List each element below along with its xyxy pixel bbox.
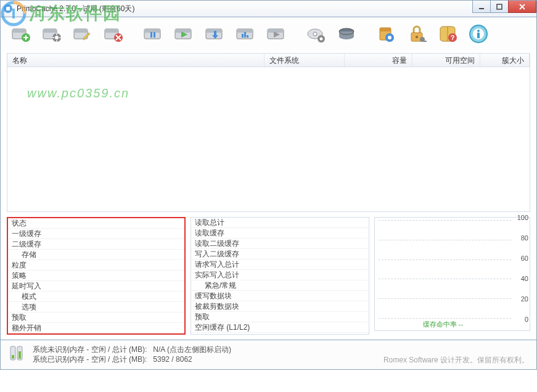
pause-button[interactable] — [139, 20, 167, 47]
stats-row: 请求写入总计 — [191, 259, 369, 270]
cache-stats-left: 状态一级缓存二级缓存存储粒度策略延时写入模式选项预取额外开销 — [7, 217, 186, 335]
hitrate-chart: 020406080100 缓存命中率 -- — [374, 217, 530, 331]
svg-point-12 — [55, 36, 59, 39]
svg-point-42 — [388, 36, 391, 39]
svg-rect-47 — [424, 41, 427, 42]
svg-rect-55 — [12, 355, 14, 359]
y-tick: 80 — [521, 234, 528, 242]
close-button[interactable] — [508, 1, 536, 13]
start-task-button[interactable] — [262, 20, 290, 47]
stats-row: 选项 — [8, 302, 184, 312]
svg-point-34 — [313, 32, 317, 36]
svg-rect-29 — [244, 32, 246, 38]
config-cache-button[interactable] — [38, 20, 66, 47]
toolbar: ? — [0, 17, 537, 51]
svg-text:?: ? — [451, 34, 455, 41]
statusbar: 系统未识别内存 - 空闲 / 总计 (MB): N/A (点击左侧图标启动) 系… — [0, 340, 537, 370]
svg-rect-3 — [6, 7, 10, 10]
chart-caption: 缓存命中率 -- — [375, 320, 511, 329]
flush-button[interactable] — [200, 20, 229, 47]
cache-stats-right: 读取总计读取缓存读取二级缓存写入二级缓存请求写入总计实际写入总计紧急/常规缓写数… — [191, 217, 369, 335]
resume-button[interactable] — [170, 20, 198, 47]
stats-row: 额外开销 — [8, 323, 184, 333]
col-cluster[interactable]: 簇大小 — [480, 54, 530, 67]
mem-unrec-label: 系统未识别内存 - 空闲 / 总计 (MB): — [33, 345, 147, 354]
col-filesystem[interactable]: 文件系统 — [264, 54, 345, 67]
stats-row: 空闲缓存 (L1/L2) — [191, 322, 369, 333]
stats-button[interactable] — [231, 20, 260, 47]
stats-row: 模式 — [8, 292, 184, 302]
svg-rect-21 — [154, 32, 155, 38]
about-button[interactable] — [464, 20, 493, 47]
stats-row: 二级缓存 — [8, 239, 184, 250]
stats-row: 缓写数据块 — [191, 291, 369, 301]
mem-rec-value: 5392 / 8062 — [153, 355, 192, 364]
stats-row: 状态 — [8, 218, 184, 229]
svg-rect-10 — [43, 29, 57, 33]
svg-rect-7 — [12, 29, 26, 33]
disk-manage-button[interactable] — [332, 20, 361, 47]
y-tick: 100 — [517, 214, 528, 221]
mem-rec-label: 系统已识别内存 - 空闲 / 总计 (MB): — [33, 355, 147, 364]
svg-rect-20 — [150, 32, 152, 38]
mem-unrec-value: N/A (点击左侧图标启动) — [153, 345, 231, 354]
window-title: PrimoCache 2.7.0 - 试用 (剩余60天) — [17, 4, 134, 14]
svg-rect-4 — [479, 8, 484, 9]
copyright-label: Romex Software 设计开发。保留所有权利。 — [383, 355, 529, 365]
col-capacity[interactable]: 容量 — [345, 54, 412, 67]
delete-cache-button[interactable] — [99, 20, 128, 47]
col-name[interactable]: 名称 — [7, 54, 264, 67]
svg-rect-23 — [175, 29, 191, 33]
stats-row: 实际写入总计 — [191, 270, 369, 280]
stats-row: 存储 — [8, 250, 184, 260]
svg-rect-28 — [242, 34, 244, 38]
memory-icon[interactable] — [7, 344, 25, 364]
col-free[interactable]: 可用空间 — [412, 54, 480, 67]
stats-row: 紧急/常规 — [191, 280, 369, 291]
list-header: 名称 文件系统 容量 可用空间 簇大小 — [7, 54, 530, 67]
svg-rect-57 — [18, 351, 21, 359]
stats-row: 延时写入 — [8, 281, 184, 292]
svg-point-36 — [320, 38, 323, 41]
stats-row: 写入二级缓存 — [191, 249, 369, 259]
svg-rect-16 — [105, 29, 118, 33]
stats-row: 预取 — [191, 312, 369, 322]
stats-row: 粒度 — [8, 260, 184, 271]
stats-row: 一级缓存 — [8, 229, 184, 239]
svg-rect-30 — [247, 35, 248, 38]
stats-row: 预取 — [8, 312, 184, 323]
stats-row: 读取总计 — [191, 218, 369, 228]
stats-row: 被裁剪数据块 — [191, 301, 369, 312]
help-button[interactable]: ? — [433, 20, 462, 47]
svg-rect-32 — [268, 29, 284, 33]
y-tick: 20 — [521, 295, 528, 303]
svg-rect-40 — [380, 28, 391, 31]
app-icon — [3, 4, 13, 14]
drive-config-button[interactable] — [301, 20, 330, 47]
license-button[interactable] — [403, 20, 431, 47]
stats-row: 读取缓存 — [191, 228, 369, 239]
options-button[interactable] — [372, 20, 400, 47]
stats-row: 读取二级缓存 — [191, 239, 369, 249]
edit-cache-button[interactable] — [68, 20, 97, 47]
titlebar: PrimoCache 2.7.0 - 试用 (剩余60天) — [0, 0, 537, 17]
svg-rect-14 — [74, 29, 88, 33]
y-tick: 40 — [521, 275, 528, 282]
svg-rect-5 — [497, 4, 502, 9]
volume-list[interactable]: 名称 文件系统 容量 可用空间 簇大小 — [7, 53, 530, 212]
y-tick: 0 — [525, 316, 528, 323]
y-tick: 60 — [521, 255, 528, 262]
svg-point-45 — [416, 36, 418, 38]
new-cache-button[interactable] — [7, 20, 35, 47]
svg-rect-53 — [477, 33, 480, 38]
minimize-button[interactable] — [472, 1, 491, 13]
maximize-button[interactable] — [490, 1, 509, 13]
content-area: 名称 文件系统 容量 可用空间 簇大小 状态一级缓存二级缓存存储粒度策略延时写入… — [0, 51, 537, 340]
svg-point-52 — [477, 30, 480, 32]
stats-row: 策略 — [8, 271, 184, 281]
